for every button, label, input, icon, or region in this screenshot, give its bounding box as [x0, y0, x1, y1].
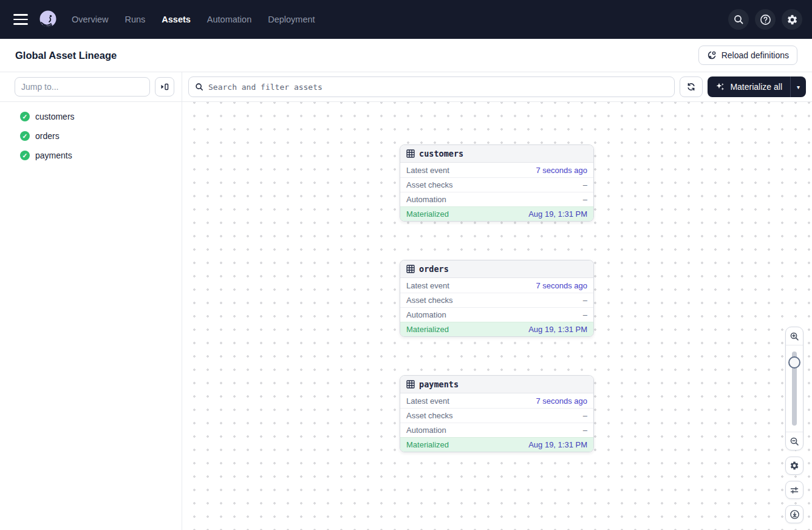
lineage-toolbar: Materialize all ▾ [182, 72, 812, 102]
table-icon [406, 149, 415, 158]
asset-graph-sidebar: ✓ customers ✓ orders ✓ payments [0, 72, 182, 530]
sidebar-item-customers[interactable]: ✓ customers [0, 107, 182, 126]
sidebar-toolbar [0, 72, 182, 102]
latest-event-row: Latest event 7 seconds ago [400, 393, 593, 408]
asset-search-box [188, 76, 675, 97]
refresh-icon[interactable] [680, 76, 703, 97]
graph-filters-icon[interactable] [785, 481, 803, 499]
zoom-slider-thumb[interactable] [788, 356, 800, 369]
page-header: Global Asset Lineage Reload definitions [0, 39, 812, 72]
reload-definitions-label: Reload definitions [722, 50, 789, 60]
help-icon[interactable] [755, 9, 776, 30]
asset-node-header: customers [400, 145, 593, 163]
asset-node-payments[interactable]: payments Latest event 7 seconds ago Asse… [400, 375, 594, 452]
latest-event-link[interactable]: 7 seconds ago [536, 166, 587, 175]
materialized-check-icon: ✓ [20, 131, 30, 141]
lineage-canvas[interactable]: customers Latest event 7 seconds ago Ass… [182, 102, 812, 530]
asset-checks-row: Asset checks – [400, 408, 593, 423]
search-icon [195, 83, 203, 91]
materialized-timestamp-link[interactable]: Aug 19, 1:31 PM [528, 325, 587, 334]
dagster-app: Overview Runs Assets Automation Deployme… [0, 0, 812, 530]
asset-name: orders [419, 264, 449, 274]
automation-row: Automation – [400, 423, 593, 437]
nav-item-assets[interactable]: Assets [162, 15, 191, 24]
graph-controls [785, 327, 803, 523]
asset-node-header: orders [400, 260, 593, 278]
dagster-logo-icon[interactable] [38, 9, 58, 30]
latest-event-link[interactable]: 7 seconds ago [536, 281, 587, 290]
nav-item-automation[interactable]: Automation [207, 15, 251, 24]
nav-item-runs[interactable]: Runs [125, 15, 145, 24]
sidebar-item-orders[interactable]: ✓ orders [0, 126, 182, 146]
collapse-panel-button[interactable] [155, 77, 174, 97]
zoom-in-icon[interactable] [786, 327, 803, 345]
zoom-control-group [785, 327, 803, 450]
sidebar-item-label: payments [35, 151, 72, 160]
navbar-actions [728, 9, 802, 30]
sidebar-asset-list: ✓ customers ✓ orders ✓ payments [0, 102, 182, 170]
automation-row: Automation – [400, 307, 593, 322]
sidebar-item-payments[interactable]: ✓ payments [0, 146, 182, 165]
latest-event-row: Latest event 7 seconds ago [400, 163, 593, 177]
recenter-icon[interactable] [785, 505, 803, 523]
latest-event-row: Latest event 7 seconds ago [400, 278, 593, 293]
asset-node-customers[interactable]: customers Latest event 7 seconds ago Ass… [400, 144, 594, 222]
caret-down-icon[interactable]: ▾ [790, 76, 806, 97]
code-location-icon [707, 50, 717, 60]
sidebar-item-label: orders [35, 131, 60, 141]
materialized-timestamp-link[interactable]: Aug 19, 1:31 PM [528, 440, 587, 449]
menu-icon[interactable] [10, 8, 32, 30]
materialized-status-row: Materialized Aug 19, 1:31 PM [400, 437, 593, 452]
latest-event-link[interactable]: 7 seconds ago [536, 396, 587, 406]
graph-settings-icon[interactable] [785, 457, 803, 475]
table-icon [406, 265, 415, 273]
materialized-check-icon: ✓ [20, 151, 30, 160]
materialize-all-button[interactable]: Materialize all [708, 76, 790, 97]
asset-node-header: payments [400, 376, 593, 393]
search-icon[interactable] [728, 9, 749, 30]
sparkles-icon [715, 82, 725, 92]
settings-icon[interactable] [782, 9, 802, 30]
primary-nav: Overview Runs Assets Automation Deployme… [72, 15, 315, 24]
top-navbar: Overview Runs Assets Automation Deployme… [0, 0, 812, 39]
asset-name: customers [419, 149, 463, 158]
asset-search-input[interactable] [208, 83, 668, 92]
page-title: Global Asset Lineage [15, 50, 117, 61]
nav-item-overview[interactable]: Overview [72, 15, 108, 24]
jump-to-input[interactable] [15, 77, 150, 97]
asset-node-orders[interactable]: orders Latest event 7 seconds ago Asset … [400, 260, 594, 337]
zoom-slider[interactable] [786, 345, 803, 432]
zoom-out-icon[interactable] [786, 432, 803, 450]
asset-name: payments [419, 379, 459, 389]
asset-checks-row: Asset checks – [400, 293, 593, 307]
materialized-status-row: Materialized Aug 19, 1:31 PM [400, 206, 593, 221]
automation-row: Automation – [400, 192, 593, 206]
content: ✓ customers ✓ orders ✓ payments [0, 72, 812, 530]
lineage-main: Materialize all ▾ [182, 72, 812, 530]
materialize-all-label: Materialize all [730, 82, 782, 92]
nav-item-deployment[interactable]: Deployment [268, 15, 315, 24]
materialized-check-icon: ✓ [20, 112, 30, 121]
asset-checks-row: Asset checks – [400, 177, 593, 192]
sidebar-item-label: customers [35, 112, 75, 121]
materialize-all-split-button: Materialize all ▾ [708, 76, 806, 97]
materialized-status-row: Materialized Aug 19, 1:31 PM [400, 322, 593, 336]
reload-definitions-button[interactable]: Reload definitions [698, 46, 797, 65]
table-icon [406, 380, 415, 389]
materialized-timestamp-link[interactable]: Aug 19, 1:31 PM [528, 209, 587, 219]
